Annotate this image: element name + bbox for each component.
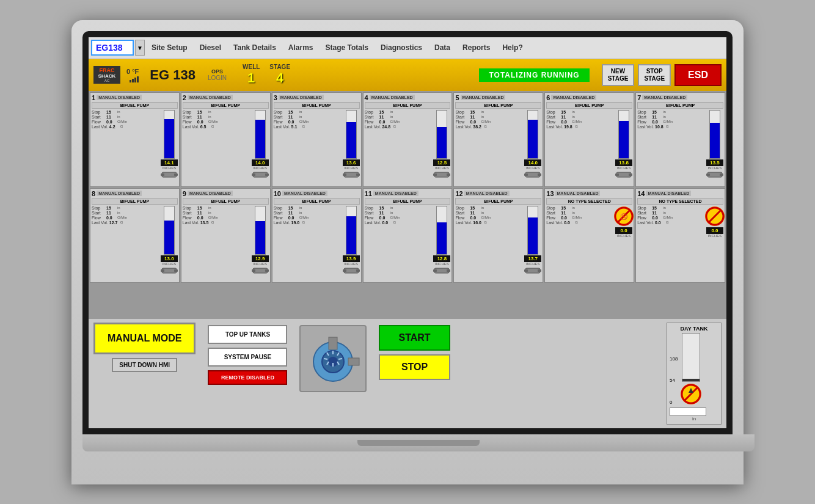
menu-site-setup[interactable]: Site Setup xyxy=(146,40,193,56)
menu-stage-totals[interactable]: Stage Totals xyxy=(320,40,374,56)
left-panel: MANUAL MODE SHUT DOWN HMI xyxy=(93,323,196,372)
tank-13: 13MANUAL DISABLED NO TYPE SELECTED Stop1… xyxy=(544,188,634,283)
temp-display: 0 °F xyxy=(126,68,139,82)
day-tank-fill xyxy=(682,379,700,381)
signal-bar-3 xyxy=(134,78,136,82)
well-stage-section: WELL 1 STAGE 4 xyxy=(243,64,290,86)
day-tank-title: DAY TANK xyxy=(670,326,718,332)
day-tank-scale: 108 54 0 xyxy=(670,356,678,405)
no-type-icon-13: 🚫 xyxy=(613,206,634,227)
tank-9-icon xyxy=(252,266,269,274)
menu-data[interactable]: Data xyxy=(429,40,456,56)
tank-grid: 1MANUAL DISABLED BIFUEL PUMP Stop15in St… xyxy=(89,91,726,319)
esd-button[interactable]: ESD xyxy=(674,64,722,86)
svg-rect-17 xyxy=(629,173,632,176)
tank-12-icon xyxy=(524,266,541,274)
system-pause-button[interactable]: SYSTEM PAUSE xyxy=(208,348,287,367)
svg-rect-10 xyxy=(433,173,437,176)
menu-diesel[interactable]: Diesel xyxy=(194,40,227,56)
tank-5: 5MANUAL DISABLED BIFUEL PUMP Stop15in St… xyxy=(453,92,543,187)
tank-11-icon xyxy=(433,266,450,274)
laptop-screen: EG138 ▼ Site Setup Diesel Tank Details A… xyxy=(89,37,726,428)
svg-rect-35 xyxy=(538,269,541,272)
shutdown-hmi-button[interactable]: SHUT DOWN HMI xyxy=(112,358,177,372)
new-stage-button[interactable]: NEW STAGE xyxy=(602,64,635,86)
day-tank-visual: 108 54 0 xyxy=(670,333,718,405)
bottom-controls: MANUAL MODE SHUT DOWN HMI TOP UP TANKS S… xyxy=(89,319,726,428)
logo-frac-text: FRAC xyxy=(100,67,115,73)
stage-item: STAGE 4 xyxy=(269,64,290,86)
ops-section: OPS LOGIN xyxy=(208,68,227,81)
svg-rect-22 xyxy=(161,269,164,272)
svg-rect-28 xyxy=(343,269,346,272)
tank-14: 14MANUAL DISABLED NO TYPE SELECTED Stop1… xyxy=(635,188,725,283)
blower-svg xyxy=(305,331,360,386)
tank-10: 10MANUAL DISABLED BIFUEL PUMP Stop15in S… xyxy=(272,188,362,283)
frac-shack-logo: FRAC SHACK AC xyxy=(93,66,120,84)
svg-rect-46 xyxy=(329,337,337,349)
middle-buttons: TOP UP TANKS SYSTEM PAUSE REMOTE DISABLE… xyxy=(208,325,287,385)
svg-rect-2 xyxy=(174,173,178,176)
screen-bezel: EG138 ▼ Site Setup Diesel Tank Details A… xyxy=(82,31,733,434)
signal-bar-2 xyxy=(132,79,134,82)
no-type-icon-14 xyxy=(704,206,725,227)
tank-4: 4MANUAL DISABLED BIFUEL PUMP Stop15in St… xyxy=(363,92,453,187)
menu-bar: EG138 ▼ Site Setup Diesel Tank Details A… xyxy=(89,37,726,59)
tank-9: 9MANUAL DISABLED BIFUEL PUMP Stop15in St… xyxy=(181,188,271,283)
svg-rect-7 xyxy=(343,173,346,176)
tank-1-icon xyxy=(161,170,178,178)
tank-3: 3MANUAL DISABLED BIFUEL PUMP Stop15in St… xyxy=(272,92,362,187)
site-id-box[interactable]: EG138 xyxy=(91,40,134,56)
svg-rect-29 xyxy=(356,269,360,272)
hmi-display: EG138 ▼ Site Setup Diesel Tank Details A… xyxy=(89,37,726,428)
svg-rect-26 xyxy=(265,269,269,272)
laptop-hinge xyxy=(357,440,480,446)
well-item: WELL 1 xyxy=(243,64,260,86)
svg-line-54 xyxy=(324,359,327,359)
tank-6: 6MANUAL DISABLED BIFUEL PUMP Stop15in St… xyxy=(544,92,634,187)
svg-rect-13 xyxy=(524,173,528,176)
top-up-tanks-button[interactable]: TOP UP TANKS xyxy=(208,325,287,344)
svg-rect-1 xyxy=(161,173,164,176)
svg-rect-8 xyxy=(356,173,360,176)
manual-mode-button[interactable]: MANUAL MODE xyxy=(93,323,196,354)
menu-alarms[interactable]: Alarms xyxy=(283,40,319,56)
stop-button[interactable]: STOP xyxy=(379,354,450,380)
day-tank-bar xyxy=(682,333,700,382)
day-tank-unit: in xyxy=(670,416,718,422)
remote-disabled-button[interactable]: REMOTE DISABLED xyxy=(208,370,287,385)
menu-reports[interactable]: Reports xyxy=(457,40,495,56)
tank-4-icon xyxy=(433,170,450,178)
svg-rect-4 xyxy=(252,173,255,176)
signal-bars xyxy=(130,76,139,82)
menu-help[interactable]: Help? xyxy=(497,40,528,56)
tank-7: 7MANUAL DISABLED BIFUEL PUMP Stop15in St… xyxy=(635,92,725,187)
svg-text:🚫: 🚫 xyxy=(620,213,628,221)
svg-rect-5 xyxy=(265,173,269,176)
svg-rect-25 xyxy=(252,269,255,272)
tank-12: 12MANUAL DISABLED BIFUEL PUMP Stop15in S… xyxy=(453,188,543,283)
totalizing-status: TOTALIZING RUNNING xyxy=(479,68,589,82)
tank-8: 8MANUAL DISABLED BIFUEL PUMP Stop15in St… xyxy=(90,188,180,283)
day-tank-no-type-icon xyxy=(680,383,702,405)
svg-rect-20 xyxy=(720,173,723,176)
day-tank-reading-input[interactable]: 0.000 xyxy=(670,407,706,416)
menu-diagnostics[interactable]: Diagnostics xyxy=(375,40,428,56)
start-button[interactable]: START xyxy=(379,325,450,351)
site-id-dropdown[interactable]: ▼ xyxy=(135,40,145,56)
start-stop-panel: START STOP xyxy=(379,325,450,380)
stop-stage-button[interactable]: STOP STAGE xyxy=(638,64,671,86)
tank-8-icon xyxy=(161,266,178,274)
menu-tank-details[interactable]: Tank Details xyxy=(228,40,282,56)
logo-shack-text: SHACK xyxy=(98,73,115,79)
pump-blower-graphic xyxy=(299,325,367,392)
laptop-base xyxy=(82,434,755,451)
svg-rect-23 xyxy=(174,269,178,272)
tank-2: 2MANUAL DISABLED BIFUEL PUMP Stop15in St… xyxy=(181,92,271,187)
svg-rect-19 xyxy=(706,173,710,176)
tank-2-icon xyxy=(252,170,269,178)
site-name: EG 138 xyxy=(150,67,196,83)
svg-rect-32 xyxy=(447,269,450,272)
tank-row-2: 8MANUAL DISABLED BIFUEL PUMP Stop15in St… xyxy=(90,188,725,283)
signal-bar-4 xyxy=(137,76,139,82)
